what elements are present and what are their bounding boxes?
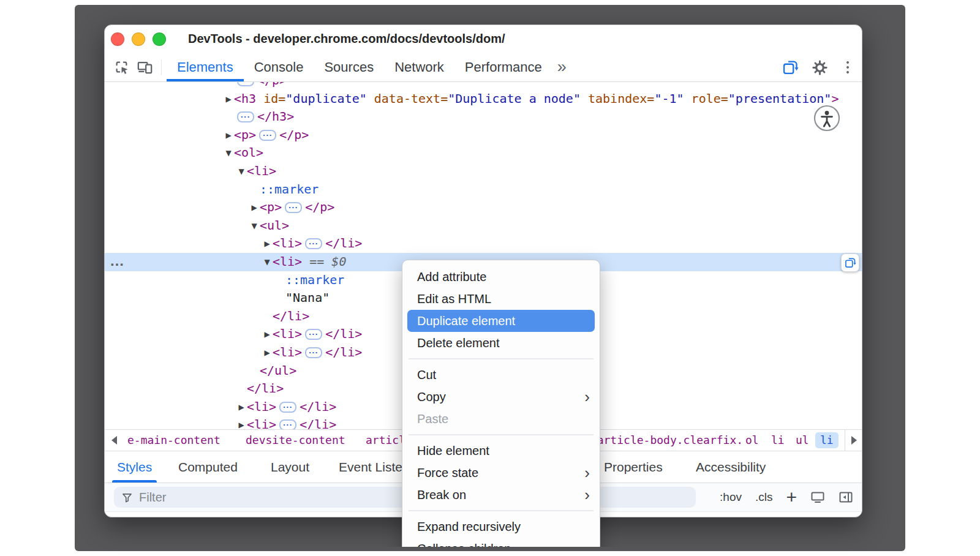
collapsed-content-icon[interactable]: ···: [305, 329, 322, 340]
breadcrumb-item-devsite-content[interactable]: devsite-content: [246, 430, 345, 451]
settings-gear-icon[interactable]: [812, 60, 827, 75]
tree-expanded-arrow-icon[interactable]: ▼: [249, 217, 260, 236]
tree-collapsed-arrow-icon[interactable]: ▶: [223, 91, 234, 109]
dom-token-hint: == $0: [302, 254, 346, 269]
menu-item-duplicate-element[interactable]: Duplicate element: [407, 310, 595, 332]
screencast-icon[interactable]: [810, 490, 825, 505]
dom-tree-row[interactable]: ▶<p>···</p>: [105, 126, 862, 145]
menu-item-break-on[interactable]: Break on›: [402, 484, 600, 506]
new-style-rule-icon[interactable]: +: [786, 491, 797, 503]
toggle-element-state-button[interactable]: :hov: [720, 490, 742, 504]
dom-token-tag: <li>: [273, 345, 302, 359]
styles-tab-layout[interactable]: Layout: [271, 451, 309, 483]
dom-token-tag: </p>: [279, 127, 309, 142]
menu-item-force-state[interactable]: Force state›: [402, 462, 600, 484]
menu-item-delete-element[interactable]: Delete element: [402, 332, 600, 354]
dom-token-tag: <ul>: [260, 218, 289, 233]
menu-item-edit-as-html[interactable]: Edit as HTML: [402, 288, 600, 310]
menu-item-label: Break on: [417, 488, 466, 502]
breadcrumb-item-ol[interactable]: ol: [745, 430, 759, 451]
menu-divider: [409, 510, 594, 511]
menu-divider: [409, 434, 594, 435]
collapsed-content-icon[interactable]: ···: [305, 347, 322, 358]
accessibility-icon[interactable]: [813, 105, 840, 132]
tree-collapsed-arrow-icon[interactable]: ▶: [262, 344, 273, 363]
tree-expanded-arrow-icon[interactable]: ▼: [223, 145, 234, 163]
tab-network[interactable]: Network: [384, 53, 454, 81]
tree-collapsed-arrow-icon[interactable]: ▶: [236, 416, 247, 429]
context-menu-clip: Add attributeEdit as HTMLDuplicate eleme…: [377, 235, 624, 547]
styles-tab-accessibility[interactable]: Accessibility: [696, 451, 766, 483]
tree-collapsed-arrow-icon[interactable]: ▶: [262, 326, 273, 344]
collapsed-content-icon[interactable]: ···: [279, 402, 296, 413]
device-toolbar-icon[interactable]: [133, 53, 156, 81]
menu-item-hide-element[interactable]: Hide element: [402, 440, 600, 462]
tab-console[interactable]: Console: [244, 53, 314, 81]
menu-item-cut[interactable]: Cut: [402, 364, 600, 386]
breadcrumb-scroll-right-button[interactable]: [845, 430, 862, 451]
tab-sources[interactable]: Sources: [314, 53, 384, 81]
dom-token-tag: <p>: [260, 200, 282, 214]
context-menu: Add attributeEdit as HTMLDuplicate eleme…: [402, 260, 600, 547]
tree-collapsed-arrow-icon[interactable]: ▶: [223, 127, 234, 145]
dom-tree-row[interactable]: ▼<ol>: [105, 144, 862, 162]
menu-item-paste: Paste: [402, 408, 600, 430]
toggle-sidebar-icon[interactable]: [839, 490, 853, 505]
dom-token-tag: <li>: [273, 236, 302, 250]
tree-collapsed-arrow-icon[interactable]: ▶: [236, 399, 247, 417]
devtools-toolbar: ElementsConsoleSourcesNetworkPerformance…: [105, 53, 862, 82]
dom-tree-row[interactable]: ···</h3>: [105, 108, 862, 126]
minimize-window-button[interactable]: [132, 32, 145, 46]
collapsed-content-icon[interactable]: ···: [285, 202, 302, 213]
tab-elements[interactable]: Elements: [167, 53, 244, 81]
menu-item-label: Expand recursively: [417, 520, 521, 534]
menu-item-label: Duplicate element: [417, 314, 515, 328]
breadcrumb-item-e-main-content[interactable]: e-main-content: [127, 430, 221, 451]
backdrop: DevTools - developer.chrome.com/docs/dev…: [75, 5, 905, 551]
dom-tree-row[interactable]: ▼<ul>: [105, 217, 862, 235]
tree-collapsed-arrow-icon[interactable]: ▶: [262, 235, 273, 254]
dom-tree-row[interactable]: ▼<li>: [105, 162, 862, 181]
collapsed-content-icon[interactable]: ···: [279, 419, 296, 429]
styles-tab-styles[interactable]: Styles: [117, 451, 152, 483]
menu-item-expand-recursively[interactable]: Expand recursively: [402, 516, 600, 538]
styles-tab-computed[interactable]: Computed: [178, 451, 238, 483]
duplicate-element-float-button[interactable]: [841, 254, 859, 272]
tree-expanded-arrow-icon[interactable]: ▼: [262, 254, 273, 272]
menu-item-label: Paste: [417, 412, 448, 426]
collapsed-content-icon[interactable]: ···: [237, 82, 254, 86]
menu-item-collapse-children[interactable]: Collapse children: [402, 538, 600, 547]
tree-expanded-arrow-icon[interactable]: ▼: [236, 163, 247, 181]
dom-token-text: "Nana": [285, 290, 330, 305]
breadcrumb-item-li[interactable]: li: [815, 432, 839, 448]
tab-performance[interactable]: Performance: [454, 53, 552, 81]
breadcrumb-item-ul[interactable]: ul: [796, 430, 809, 451]
more-options-icon[interactable]: [841, 61, 854, 74]
row-more-actions-icon[interactable]: …: [110, 253, 124, 271]
collapsed-content-icon[interactable]: ···: [305, 238, 322, 249]
submenu-chevron-icon: ›: [584, 489, 590, 501]
collapsed-content-icon[interactable]: ···: [259, 130, 276, 141]
menu-item-copy[interactable]: Copy›: [402, 386, 600, 408]
dom-tree-row[interactable]: ▶<h3 id="duplicate" data-text="Duplicate…: [105, 90, 862, 108]
dom-tree-row[interactable]: ▶<p>···</p>: [105, 198, 862, 217]
breadcrumb-item-li[interactable]: li: [771, 430, 785, 451]
inspect-element-icon[interactable]: [110, 53, 133, 81]
duplicate-node-icon[interactable]: [782, 59, 799, 76]
main-tabs: ElementsConsoleSourcesNetworkPerformance: [167, 53, 552, 81]
tree-collapsed-arrow-icon[interactable]: ▶: [249, 199, 260, 217]
close-window-button[interactable]: [111, 32, 124, 46]
menu-item-add-attribute[interactable]: Add attribute: [402, 266, 600, 288]
element-classes-button[interactable]: .cls: [755, 490, 773, 504]
more-tabs-icon[interactable]: »: [557, 58, 565, 77]
collapsed-content-icon[interactable]: ···: [237, 111, 254, 122]
dom-token-tag: </li>: [300, 417, 336, 429]
zoom-window-button[interactable]: [153, 32, 166, 46]
dom-token-attr: tabindex=: [581, 91, 654, 106]
dom-tree-row[interactable]: ::marker: [105, 181, 862, 199]
dom-tree-row[interactable]: ···</p>: [105, 82, 862, 90]
dom-token-attr: role=: [684, 91, 728, 106]
dom-token-tag: <li>: [273, 254, 302, 269]
dom-token-tag: </p>: [305, 200, 334, 214]
dom-token-tag: </h3>: [257, 109, 294, 124]
